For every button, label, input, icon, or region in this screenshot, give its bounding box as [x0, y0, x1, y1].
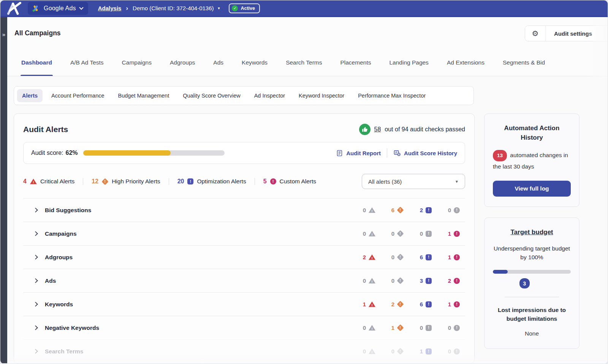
- alert-category-row[interactable]: Campaigns 0! 0! 0!: [23, 222, 465, 245]
- view-full-log-button[interactable]: View full log: [493, 181, 571, 197]
- chevron-right-icon: [33, 231, 38, 236]
- alert-category-list: Bid Suggestions 0! 6! 2!: [23, 198, 465, 363]
- alert-type-icon: !: [270, 178, 276, 184]
- account-selector[interactable]: Demo (Client ID: 372-404-0136) ▼: [133, 5, 220, 11]
- audit-checks-summary: 58 out of 94 audit checks passed: [359, 124, 466, 135]
- critical-count: 1!: [347, 301, 375, 307]
- chevron-right-icon: [33, 302, 38, 307]
- critical-count: 0!: [347, 348, 375, 355]
- subtab[interactable]: Alerts: [17, 89, 43, 102]
- tab[interactable]: Campaigns: [122, 49, 152, 76]
- google-ads-label: Google Ads: [44, 5, 76, 12]
- audit-settings-group: ⚙ Audit settings: [525, 25, 608, 41]
- tab[interactable]: Ad Extensions: [447, 49, 484, 76]
- custom-count: 1!: [432, 301, 460, 307]
- high-priority-diamond-icon: !: [397, 301, 404, 307]
- audit-score-history-label: Audit Score History: [404, 150, 457, 156]
- optimization-count: 1!: [404, 348, 432, 355]
- custom-count: 0!: [432, 325, 460, 331]
- alerts-filter-value: All alerts (36): [368, 178, 402, 185]
- tab[interactable]: Search Terms: [286, 49, 322, 76]
- alert-category-row[interactable]: Keywords 1! 2! 6!: [23, 292, 465, 316]
- audit-score-history-link[interactable]: Audit Score History: [393, 149, 457, 157]
- settings-gear-button[interactable]: ⚙: [525, 26, 546, 41]
- custom-count: 1!: [432, 230, 460, 237]
- page-title: All Campaigns: [14, 29, 61, 37]
- tab[interactable]: Adgroups: [170, 49, 195, 76]
- alert-counts: 0! 0! 1! 0!: [347, 348, 460, 355]
- account-name: Demo (Client ID: 372-404-0136): [133, 5, 214, 11]
- alert-counts: 1! 2! 6! 1!: [347, 301, 460, 307]
- custom-count: 0!: [432, 348, 460, 355]
- tab-label: Adgroups: [170, 59, 195, 66]
- chevron-right-icon: [33, 255, 38, 260]
- expand-sidebar-icon[interactable]: »: [2, 32, 5, 363]
- subtab[interactable]: Performance Max Inspector: [353, 89, 431, 102]
- subtab[interactable]: Keyword Inspector: [294, 89, 349, 102]
- subtab[interactable]: Account Performance: [46, 89, 109, 102]
- alerts-filter-dropdown[interactable]: All alerts (36) ▼: [362, 174, 465, 189]
- tab-label: A/B Ad Tests: [70, 59, 104, 66]
- audit-score-label: Audit score:: [31, 150, 63, 156]
- alert-counts: 0! 1! 0! 0!: [347, 325, 460, 331]
- audit-score-fill: [83, 150, 171, 156]
- optimization-square-icon: !: [426, 231, 432, 237]
- alert-category-row[interactable]: Bid Suggestions 0! 6! 2!: [23, 198, 465, 222]
- tab[interactable]: Keywords: [242, 49, 268, 76]
- divider: [505, 297, 559, 297]
- tab[interactable]: A/B Ad Tests: [70, 49, 104, 76]
- tab[interactable]: Landing Pages: [389, 49, 428, 76]
- alert-type-icon: !: [101, 178, 108, 185]
- document-icon: [336, 150, 343, 157]
- tab[interactable]: Segments & Bid: [503, 49, 545, 76]
- alert-category-row[interactable]: Adgroups 2! 0! 6!: [23, 245, 465, 269]
- alert-category-row[interactable]: Search Terms 0! 0! 1!: [23, 339, 465, 363]
- audit-settings-button[interactable]: Audit settings: [546, 26, 600, 41]
- subtab[interactable]: Ad Inspector: [249, 89, 290, 102]
- tab[interactable]: Dashboard: [21, 49, 52, 76]
- tab-label: Dashboard: [21, 59, 52, 66]
- target-budget-card: Target budget Underspending target budge…: [484, 217, 580, 349]
- breadcrumb-link-adalysis[interactable]: Adalysis: [98, 5, 122, 11]
- audit-report-link[interactable]: Audit Report: [336, 150, 381, 157]
- top-navigation-bar: Google Ads Adalysis › Demo (Client ID: 3…: [0, 0, 608, 17]
- tab[interactable]: Ads: [213, 49, 223, 76]
- alert-summary-label: High Priority Alerts: [112, 178, 160, 185]
- subtab[interactable]: Budget Management: [113, 89, 174, 102]
- custom-circle-icon: !: [454, 348, 460, 355]
- alert-summary-row: 4 ! Critical Alerts 12 ! High Priority A…: [23, 174, 465, 189]
- optimization-square-icon: !: [426, 325, 432, 331]
- alert-category-row[interactable]: Ads 0! 0! 3!: [23, 269, 465, 292]
- tab[interactable]: Placements: [340, 49, 371, 76]
- alert-summary-item[interactable]: 12 ! High Priority Alerts: [83, 178, 160, 185]
- breadcrumb: Adalysis › Demo (Client ID: 372-404-0136…: [98, 5, 221, 12]
- sidebar-collapse-strip[interactable]: »: [0, 17, 7, 363]
- custom-count: 1!: [432, 254, 460, 260]
- alert-summary-item[interactable]: 20 ! Optimization Alerts: [169, 178, 246, 185]
- critical-count: 2!: [347, 254, 375, 260]
- alert-category-label: Search Terms: [45, 348, 83, 355]
- google-ads-selector[interactable]: Google Ads: [28, 2, 88, 15]
- alert-summary-item[interactable]: 5 ! Custom Alerts: [255, 178, 316, 185]
- right-sidebar: Automated Action History 13 automated ch…: [484, 113, 580, 349]
- automated-action-history-card: Automated Action History 13 automated ch…: [484, 113, 580, 207]
- audit-score-box: Audit score: 62% Audit Report: [23, 142, 465, 164]
- breadcrumb-chevron-icon: ›: [126, 5, 128, 12]
- alert-category-row[interactable]: Negative Keywords 0! 1! 0!: [23, 316, 465, 339]
- automated-changes-badge: 13: [493, 150, 507, 161]
- adalysis-logo-icon[interactable]: [6, 2, 22, 15]
- high-priority-count: 0!: [375, 254, 404, 260]
- high-priority-diamond-icon: !: [397, 206, 404, 213]
- subtab[interactable]: Quality Score Overview: [178, 89, 245, 102]
- critical-triangle-icon: !: [369, 278, 375, 284]
- alert-summary-item[interactable]: 4 ! Critical Alerts: [23, 178, 74, 185]
- alert-counts: 0! 0! 0! 1!: [347, 230, 460, 237]
- custom-circle-icon: !: [454, 325, 460, 331]
- divider: [387, 148, 387, 158]
- subtab-label: Budget Management: [118, 93, 169, 99]
- alert-type-icon: !: [30, 178, 37, 184]
- alert-summary-count: 4: [23, 178, 27, 185]
- target-budget-title[interactable]: Target budget: [493, 228, 571, 237]
- tab-label: Landing Pages: [389, 59, 428, 66]
- checks-passed-link[interactable]: 58: [374, 126, 381, 133]
